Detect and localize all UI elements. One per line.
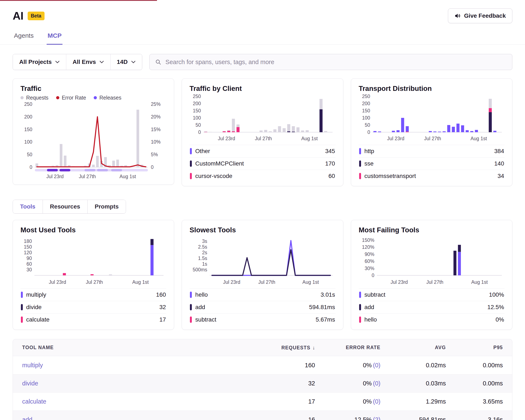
traffic-cards-row: Traffic Requests Error Rate Releases 050… xyxy=(13,78,512,186)
series-color-icon xyxy=(359,173,361,179)
legend-value: 3.01s xyxy=(320,291,335,298)
legend-label: calculate xyxy=(26,316,50,323)
svg-text:20%: 20% xyxy=(151,114,160,119)
traffic-by-client-chart[interactable]: 050100150200250Jul 23rdJul 27thAug 1st xyxy=(189,94,335,143)
legend-item[interactable]: cursor-vscode60 xyxy=(189,170,335,182)
legend-releases[interactable]: Releases xyxy=(94,95,121,101)
series-color-icon xyxy=(21,317,23,323)
transport-distribution-chart[interactable]: 050100150200250Jul 23rdJul 27thAug 1st xyxy=(359,94,504,143)
svg-text:Jul 27th: Jul 27th xyxy=(426,279,443,285)
svg-text:30: 30 xyxy=(26,267,32,272)
project-filter[interactable]: All Projects xyxy=(13,54,66,70)
svg-text:Aug 1st: Aug 1st xyxy=(470,136,487,141)
legend-item[interactable]: hello0% xyxy=(359,313,505,326)
legend-error-rate[interactable]: Error Rate xyxy=(56,95,86,101)
svg-text:200: 200 xyxy=(193,101,201,106)
col-tool-name[interactable]: Tool Name xyxy=(13,345,265,350)
most-failing-tools-chart[interactable]: 030%60%90%120%150%Jul 23rdJul 27thAug 1s… xyxy=(359,236,504,286)
tab-agents[interactable]: Agents xyxy=(13,28,34,45)
col-error-rate[interactable]: Error Rate xyxy=(324,345,390,350)
series-color-icon xyxy=(359,148,361,154)
table-row: multiply1600%(0)0.02ms0.00ms xyxy=(13,356,512,374)
series-color-icon xyxy=(359,292,361,298)
legend-item[interactable]: divide32 xyxy=(20,301,166,313)
col-requests[interactable]: Requests↓ xyxy=(265,345,324,351)
legend-item[interactable]: subtract5.67ms xyxy=(189,313,335,326)
svg-text:50: 50 xyxy=(27,152,32,157)
series-color-icon xyxy=(21,292,23,298)
search-bar[interactable] xyxy=(150,54,512,70)
error-rate-cell: 0%(0) xyxy=(324,398,390,405)
error-rate-cell: 12.5%(2) xyxy=(324,416,390,420)
requests-cell: 17 xyxy=(265,398,324,405)
svg-text:Jul 23rd: Jul 23rd xyxy=(390,279,408,285)
legend-value: 100% xyxy=(489,291,504,298)
legend-item[interactable]: subtract100% xyxy=(359,288,505,301)
legend-item[interactable]: sse140 xyxy=(359,157,505,170)
svg-text:Aug 1st: Aug 1st xyxy=(132,279,149,285)
legend-item[interactable]: customssetransport34 xyxy=(359,170,505,182)
legend-item[interactable]: calculate17 xyxy=(20,313,166,326)
segment-resources[interactable]: Resources xyxy=(43,200,87,213)
chevron-down-icon xyxy=(131,61,136,64)
svg-text:2s: 2s xyxy=(202,250,207,255)
main-tabs: Agents MCP xyxy=(0,28,525,45)
col-avg[interactable]: Avg xyxy=(390,345,455,350)
svg-text:250: 250 xyxy=(24,102,32,107)
svg-text:500ms: 500ms xyxy=(193,267,207,272)
svg-text:250: 250 xyxy=(362,94,370,99)
slowest-tools-chart[interactable]: 500ms1s1.5s2s2.5s3sJul 23rdJul 27thAug 1… xyxy=(189,236,335,286)
svg-text:50: 50 xyxy=(196,122,201,128)
legend-item[interactable]: add12.5% xyxy=(359,301,505,313)
tool-link[interactable]: multiply xyxy=(22,362,43,369)
legend-label: customssetransport xyxy=(365,173,416,179)
table-row: calculate170%(0)1.29ms3.65ms xyxy=(13,392,512,411)
svg-text:90: 90 xyxy=(26,256,32,261)
series-color-icon xyxy=(190,304,192,310)
tool-link[interactable]: calculate xyxy=(22,398,46,405)
legend-item[interactable]: add594.81ms xyxy=(189,301,335,313)
traffic-card: Traffic Requests Error Rate Releases 050… xyxy=(13,78,174,185)
svg-text:60%: 60% xyxy=(365,258,374,264)
daterange-filter[interactable]: 14D xyxy=(110,54,142,70)
tab-mcp[interactable]: MCP xyxy=(47,28,63,45)
most-used-tools-chart[interactable]: 306090120150180Jul 23rdJul 27thAug 1st xyxy=(20,236,166,286)
environment-filter[interactable]: All Envs xyxy=(66,54,110,70)
legend-item[interactable]: CustomMCPClient170 xyxy=(189,157,335,170)
svg-text:Jul 27th: Jul 27th xyxy=(424,136,441,141)
avg-cell: 0.02ms xyxy=(390,362,455,369)
search-input[interactable] xyxy=(165,58,507,66)
segment-tools[interactable]: Tools xyxy=(13,200,43,213)
segment-prompts[interactable]: Prompts xyxy=(87,200,126,213)
svg-text:60: 60 xyxy=(26,261,32,267)
legend-value: 0% xyxy=(496,316,504,323)
legend-value: 345 xyxy=(325,148,335,155)
tools-cards-row: Most Used Tools 306090120150180Jul 23rdJ… xyxy=(13,220,512,330)
slowest-card-title: Slowest Tools xyxy=(189,226,335,234)
legend-requests[interactable]: Requests xyxy=(20,95,48,101)
legend-item[interactable]: Other345 xyxy=(189,145,335,157)
failing-legend-list: subtract100%add12.5%hello0% xyxy=(359,288,505,326)
svg-text:50: 50 xyxy=(365,122,370,128)
legend-value: 140 xyxy=(494,160,504,167)
tool-link[interactable]: divide xyxy=(22,380,38,387)
legend-label: subtract xyxy=(365,291,385,298)
give-feedback-button[interactable]: Give Feedback xyxy=(448,9,512,23)
app-header: AI Beta Give Feedback Agents MCP xyxy=(0,0,525,45)
failing-card-title: Most Failing Tools xyxy=(359,226,505,234)
traffic-card-title: Traffic xyxy=(20,84,166,92)
svg-text:10%: 10% xyxy=(151,139,160,145)
p95-cell: 0.00ms xyxy=(455,380,512,387)
col-p95[interactable]: P95 xyxy=(455,345,512,350)
p95-cell: 0.00ms xyxy=(455,362,512,369)
traffic-chart[interactable]: 05010015020025005%10%15%20%25%Jul 23rdJu… xyxy=(20,102,166,181)
legend-item[interactable]: http384 xyxy=(359,145,505,157)
legend-item[interactable]: multiply160 xyxy=(20,288,166,301)
most-used-card-title: Most Used Tools xyxy=(20,226,166,234)
tool-link[interactable]: add xyxy=(22,416,32,420)
legend-item[interactable]: hello3.01s xyxy=(189,288,335,301)
tools-table: Tool Name Requests↓ Error Rate Avg P95 m… xyxy=(13,339,512,420)
transport-card-title: Transport Distribution xyxy=(359,84,505,92)
legend-label: divide xyxy=(26,304,42,310)
beta-badge: Beta xyxy=(28,12,45,20)
